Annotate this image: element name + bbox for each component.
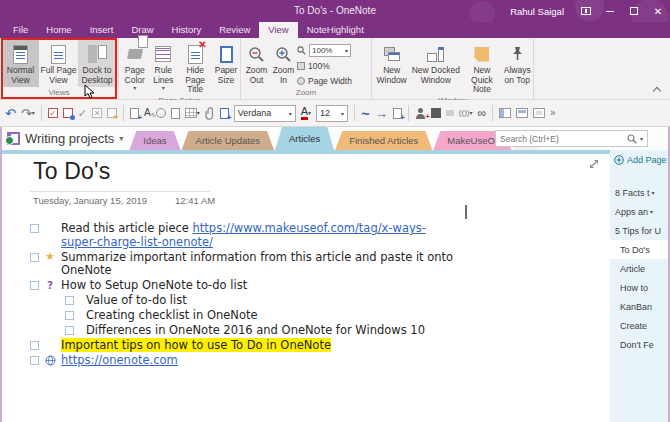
page-item[interactable]: KanBan xyxy=(610,297,668,316)
zoom-out-button[interactable]: Zoom Out xyxy=(243,40,270,87)
insert-picture-icon[interactable]: + xyxy=(220,108,229,119)
tab-insert[interactable]: Insert xyxy=(81,22,123,38)
insert-space-icon[interactable]: + xyxy=(130,108,139,119)
new-window-button[interactable]: New Window xyxy=(373,40,410,95)
maximize-button[interactable] xyxy=(622,0,646,22)
todo-item[interactable]: ★ Summarize important information from t… xyxy=(30,251,454,278)
page-item[interactable]: Article xyxy=(610,259,668,278)
collapse-chevron-icon[interactable]: ▾ xyxy=(652,189,655,196)
todo-checkbox[interactable] xyxy=(30,224,39,233)
section-tab-article-updates[interactable]: Article Updates xyxy=(182,131,274,150)
section-tab-finished-articles[interactable]: Finished Articles xyxy=(335,131,432,150)
todo-item[interactable]: Differences in OneNote 2016 and OneNote … xyxy=(65,324,454,338)
collapse-ribbon-icon[interactable] xyxy=(653,87,661,95)
redo-icon[interactable]: ↷▾ xyxy=(21,107,35,120)
pen-swoosh-icon[interactable]: ~ xyxy=(361,106,370,121)
ribbon-display-options-button[interactable] xyxy=(574,0,598,22)
expand-page-list-icon[interactable] xyxy=(588,158,600,170)
todo-checkbox[interactable] xyxy=(65,311,74,320)
page-item[interactable]: 8 Facts t▾ xyxy=(610,183,668,202)
zoom-100-button[interactable]: 100% xyxy=(297,59,369,72)
color-swatch-icon[interactable] xyxy=(431,108,441,118)
todo-checkbox[interactable] xyxy=(30,356,39,365)
remove-tag-icon[interactable]: ✕ xyxy=(92,108,102,118)
page-canvas[interactable]: To Do's Tuesday, January 15, 2019 12:41 … xyxy=(2,154,610,422)
rule-lines-button[interactable]: Rule Lines ▾ xyxy=(150,40,178,95)
close-button[interactable]: ✕ xyxy=(646,0,670,22)
tab-notehighlight[interactable]: NoteHighlight xyxy=(298,22,373,38)
dock-full-icon[interactable] xyxy=(516,108,528,118)
zoom-level-combobox[interactable]: 100% ▾ xyxy=(309,44,351,57)
section-tab-ideas[interactable]: Ideas xyxy=(129,131,180,150)
tab-file[interactable]: File xyxy=(4,22,37,38)
table-icon[interactable]: ▾ xyxy=(185,108,200,118)
dock-left-icon[interactable] xyxy=(499,108,511,118)
dock-to-desktop-button[interactable]: Dock to Desktop xyxy=(78,40,116,87)
edit-style-icon[interactable]: A✎ xyxy=(144,108,151,118)
font-name-combobox[interactable]: Verdana ▾ xyxy=(234,105,296,122)
search-box[interactable]: ▾ xyxy=(495,130,648,147)
audio-playback-icon[interactable] xyxy=(446,110,454,116)
todo-tag-icon[interactable]: ✓ xyxy=(48,108,58,118)
todo-item[interactable]: https://onenote.com xyxy=(30,354,454,368)
page-title[interactable]: To Do's xyxy=(33,158,110,185)
page-item[interactable]: Create xyxy=(610,316,668,335)
share-page-glyph: + xyxy=(393,108,402,119)
todo-checkbox[interactable] xyxy=(30,253,39,262)
customize-tags-icon[interactable] xyxy=(63,108,73,118)
todo-item[interactable]: Creating checklist in OneNote xyxy=(65,309,454,323)
todo-item[interactable]: Read this article piece https://www.make… xyxy=(30,222,454,249)
always-on-top-button[interactable]: Always on Top xyxy=(503,40,532,95)
more-commands-icon[interactable]: » xyxy=(550,108,556,118)
find-tags-icon[interactable]: ★ xyxy=(107,108,117,118)
todo-checkbox[interactable] xyxy=(30,281,39,290)
link-icon[interactable]: ∞ xyxy=(478,107,487,119)
stamp-icon[interactable] xyxy=(156,108,166,118)
todo-item[interactable]: ? How to Setup OneNote to-do list xyxy=(30,279,454,293)
todo-checkbox[interactable] xyxy=(65,326,74,335)
todo-checkbox[interactable] xyxy=(30,341,39,350)
dock-center-icon[interactable] xyxy=(533,108,545,118)
tab-home[interactable]: Home xyxy=(37,22,80,38)
add-page-button[interactable]: Add Page xyxy=(610,150,668,169)
hide-page-title-button[interactable]: ✕ Hide Page Title xyxy=(177,40,213,95)
arrow-right-icon[interactable]: → xyxy=(375,107,388,120)
font-size-combobox[interactable]: 12 ▾ xyxy=(316,105,348,122)
todo-item[interactable]: Important tips on how to use To Do in On… xyxy=(30,339,454,353)
search-input[interactable] xyxy=(500,134,624,144)
attach-file-icon[interactable] xyxy=(205,107,215,120)
todo-item[interactable]: Value of to-do list xyxy=(65,294,454,308)
mark-complete-icon[interactable]: ✓ xyxy=(78,108,87,119)
page-item[interactable]: 5 Tips for U xyxy=(610,221,668,240)
page-item[interactable]: Don't Fe xyxy=(610,335,668,354)
page-width-button[interactable]: Page Width xyxy=(297,74,369,87)
insert-picture-glyph: + xyxy=(220,108,229,119)
page-color-button[interactable]: Page Color ▾ xyxy=(120,40,150,95)
document-icon[interactable] xyxy=(171,108,180,119)
paper-size-button[interactable]: Paper Size xyxy=(213,40,239,95)
account-name[interactable]: Rahul Saigal xyxy=(510,6,564,17)
zoom-in-button[interactable]: Zoom In xyxy=(270,40,297,87)
undo-icon[interactable]: ↶ xyxy=(5,107,16,120)
collapse-chevron-icon[interactable]: ▾ xyxy=(650,208,653,215)
tab-history[interactable]: History xyxy=(163,22,211,38)
new-docked-window-button[interactable]: New Docked Window xyxy=(410,40,461,95)
normal-view-button[interactable]: Normal View xyxy=(2,40,39,87)
notebook-switcher[interactable]: Writing projects ▾ xyxy=(0,127,129,150)
new-quick-note-button[interactable]: New Quick Note xyxy=(461,40,502,95)
search-scope-caret-icon[interactable]: ▾ xyxy=(640,135,643,142)
minimize-button[interactable] xyxy=(598,0,622,22)
full-page-view-button[interactable]: Full Page View xyxy=(39,40,78,87)
share-page-icon[interactable]: + xyxy=(393,108,402,119)
tab-view[interactable]: View xyxy=(259,22,297,38)
todo-link[interactable]: https://onenote.com xyxy=(61,353,178,367)
tab-review[interactable]: Review xyxy=(210,22,259,38)
person-add-icon[interactable]: + xyxy=(415,108,426,119)
todo-checkbox[interactable] xyxy=(65,296,74,305)
section-tab-articles[interactable]: Articles xyxy=(275,127,334,150)
font-color-button[interactable]: A▾ xyxy=(301,106,311,120)
page-item-selected[interactable]: To Do's xyxy=(610,240,668,259)
page-item[interactable]: Apps an▾ xyxy=(610,202,668,221)
page-item[interactable]: How to xyxy=(610,278,668,297)
record-audio-icon[interactable]: (())▾ xyxy=(459,109,473,117)
